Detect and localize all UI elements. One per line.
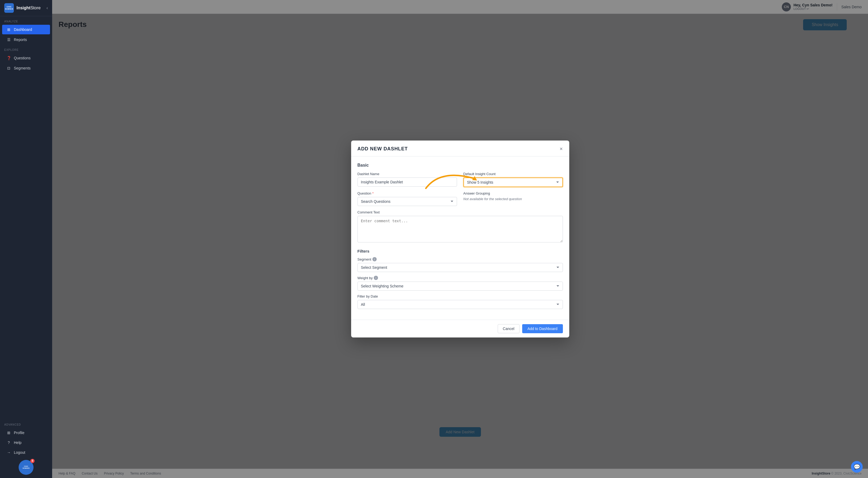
- name-and-count-row: Dashlet Name Default Insight Count Show …: [358, 172, 563, 187]
- sidebar-item-label: Segments: [14, 66, 31, 70]
- basic-section-title: Basic: [358, 163, 563, 168]
- modal-close-button[interactable]: ×: [560, 146, 563, 152]
- sidebar-item-label: Reports: [14, 37, 27, 42]
- sidebar-item-label: Questions: [14, 56, 31, 60]
- dashlet-name-col: Dashlet Name: [358, 172, 457, 187]
- modal-footer: Cancel Add to Dashboard: [351, 320, 569, 337]
- sidebar-header: CIVICSCIENCE InsightStore ‹: [0, 0, 52, 16]
- weight-by-label: Weight by i: [358, 276, 563, 280]
- add-to-dashboard-button[interactable]: Add to Dashboard: [522, 324, 563, 333]
- civic-logo-wrap: CIVICSCIENCE 8: [19, 460, 33, 475]
- sidebar-item-label: Profile: [14, 430, 25, 435]
- weight-by-info-icon[interactable]: i: [374, 276, 378, 280]
- help-icon: ?: [6, 440, 11, 445]
- notification-badge: 8: [30, 459, 35, 463]
- required-star: *: [372, 191, 374, 196]
- sidebar-item-dashboard[interactable]: ⊞ Dashboard: [2, 25, 50, 34]
- modal-header: ADD NEW DASHLET ×: [351, 141, 569, 156]
- dashlet-name-label: Dashlet Name: [358, 172, 457, 176]
- app-name: InsightStore: [17, 6, 41, 10]
- weight-by-select[interactable]: Select Weighting Scheme: [358, 281, 563, 291]
- modal-overlay: ADD NEW DASHLET × Basic Dashlet Name Def…: [52, 0, 868, 478]
- comment-text-label: Comment Text: [358, 210, 563, 214]
- profile-icon: ⊞: [6, 430, 11, 435]
- segment-select[interactable]: Select Segment: [358, 263, 563, 272]
- cancel-button[interactable]: Cancel: [498, 324, 520, 333]
- app-logo: CIVICSCIENCE: [4, 3, 14, 13]
- chat-button[interactable]: 💬: [851, 461, 863, 473]
- sidebar-item-questions[interactable]: ❓ Questions: [2, 53, 50, 63]
- sidebar-item-segments[interactable]: ⊡ Segments: [2, 63, 50, 73]
- default-insight-count-col: Default Insight Count Show 1 Insight Sho…: [463, 172, 563, 187]
- logout-icon: →: [6, 450, 11, 455]
- segment-info-icon[interactable]: i: [372, 257, 377, 261]
- main-area: CN Hey, Cyn Sales Demo! LOGOUT ↩ Sales D…: [52, 0, 868, 478]
- default-insight-count-label: Default Insight Count: [463, 172, 563, 176]
- answer-grouping-col: Answer Grouping Not available for the se…: [463, 191, 563, 206]
- collapse-sidebar-button[interactable]: ‹: [46, 6, 48, 10]
- filter-by-date-select[interactable]: All Last 30 days Last 90 days Last year: [358, 300, 563, 309]
- filters-section: Filters Segment i Select Segment: [358, 249, 563, 309]
- question-select[interactable]: Search Questions: [358, 197, 457, 206]
- sidebar-item-label: Help: [14, 441, 22, 445]
- reports-icon: ☰: [6, 37, 11, 42]
- answer-grouping-value: Not available for the selected question: [463, 197, 563, 201]
- weight-by-row: Weight by i Select Weighting Scheme: [358, 276, 563, 291]
- answer-grouping-label: Answer Grouping: [463, 191, 563, 196]
- segment-row: Segment i Select Segment: [358, 257, 563, 272]
- modal-body: Basic Dashlet Name Default Insight Count…: [351, 156, 569, 320]
- sidebar-item-profile[interactable]: ⊞ Profile: [2, 428, 50, 438]
- dashboard-icon: ⊞: [6, 27, 11, 32]
- filter-by-date-label: Filter by Date: [358, 294, 563, 298]
- civic-science-logo[interactable]: CIVICSCIENCE 8: [19, 460, 33, 475]
- comment-text-row: Comment Text: [358, 210, 563, 243]
- advanced-section-label: ADVANCED: [0, 419, 52, 428]
- sidebar-item-reports[interactable]: ☰ Reports: [2, 35, 50, 44]
- dashlet-name-input[interactable]: [358, 178, 457, 186]
- comment-text-textarea[interactable]: [358, 216, 563, 242]
- questions-icon: ❓: [6, 56, 11, 60]
- sidebar-item-help[interactable]: ? Help: [2, 438, 50, 447]
- explore-section-label: EXPLORE: [0, 45, 52, 53]
- filters-title: Filters: [358, 249, 563, 253]
- analyze-section-label: ANALYZE: [0, 16, 52, 25]
- sidebar-item-logout[interactable]: → Logout: [2, 448, 50, 457]
- sidebar-item-label: Dashboard: [14, 27, 32, 32]
- segment-label: Segment i: [358, 257, 563, 261]
- question-label: Question *: [358, 191, 457, 196]
- sidebar-item-label: Logout: [14, 450, 25, 455]
- default-insight-count-select[interactable]: Show 1 Insight Show 3 Insights Show 5 In…: [463, 178, 563, 187]
- filters-rows: Segment i Select Segment Weight by i: [358, 257, 563, 309]
- sidebar: CIVICSCIENCE InsightStore ‹ ANALYZE ⊞ Da…: [0, 0, 52, 478]
- sidebar-bottom: ADVANCED ⊞ Profile ? Help → Logout CIVIC…: [0, 419, 52, 478]
- filter-by-date-row: Filter by Date All Last 30 days Last 90 …: [358, 294, 563, 309]
- question-col: Question * Search Questions: [358, 191, 457, 206]
- modal-title: ADD NEW DASHLET: [358, 146, 408, 152]
- question-and-grouping-row: Question * Search Questions Answer Group…: [358, 191, 563, 206]
- segments-icon: ⊡: [6, 66, 11, 70]
- add-new-dashlet-modal: ADD NEW DASHLET × Basic Dashlet Name Def…: [351, 141, 569, 337]
